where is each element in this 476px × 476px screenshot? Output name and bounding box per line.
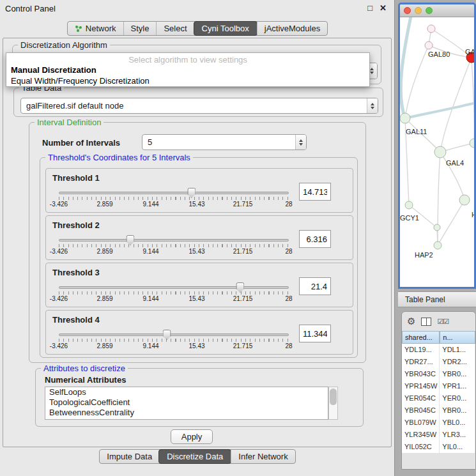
threshold-value-input[interactable]: [299, 230, 331, 248]
mac-zoom-button[interactable]: [426, 7, 433, 14]
table-cell[interactable]: YDR27...: [402, 356, 440, 368]
tab-network[interactable]: Network: [68, 22, 123, 35]
tick-label: 15.43: [188, 342, 204, 349]
table-data-select[interactable]: galFiltered.sif default node: [20, 98, 378, 114]
table-row[interactable]: YBL079WYBL0...: [402, 417, 475, 429]
cyni-toolbox-panel: Discretization Algorithm Select algorith…: [3, 38, 392, 447]
network-edge: [438, 152, 440, 245]
list-item[interactable]: TopologicalCoefficient: [45, 397, 328, 408]
threshold-panel-3: Threshold 3 -3.4262.8599.14415.4321.7152…: [45, 263, 353, 307]
table-cell[interactable]: YER054C: [402, 392, 440, 404]
table-cell[interactable]: YBL0...: [440, 417, 475, 429]
table-cell[interactable]: YBL079W: [402, 417, 440, 429]
slider-tick-labels: -3.4262.8599.14415.4321.71528: [59, 295, 289, 303]
numerical-attributes-heading: Numerical Attributes: [45, 375, 126, 385]
bottom-tabbar: Impute Data Discretize Data Infer Networ…: [0, 449, 395, 464]
threshold-label: Threshold 1: [52, 173, 100, 183]
numerical-attributes-list[interactable]: SelfLoopsTopologicalCoefficientBetweenne…: [45, 387, 328, 420]
network-node[interactable]: [405, 201, 413, 209]
network-edge: [401, 17, 411, 118]
table-row[interactable]: YIL052CYIL0...: [402, 441, 475, 453]
table-cell[interactable]: YPR145W: [402, 380, 440, 392]
slider-ticks: [59, 291, 289, 295]
tick-label: 15.43: [188, 248, 204, 255]
network-node[interactable]: [425, 42, 433, 49]
table-cell[interactable]: YDL1...: [440, 344, 475, 356]
table-toolbar: ⚙ ☑☑: [402, 312, 475, 331]
table-cell[interactable]: YBR045C: [402, 404, 440, 417]
network-node[interactable]: [459, 195, 470, 205]
table-cell[interactable]: YBR043C: [402, 368, 440, 380]
gear-icon[interactable]: ⚙: [407, 316, 415, 327]
table-row[interactable]: YLR345WYLR3...: [402, 429, 475, 441]
dropdown-option-manual-discretization[interactable]: Manual Discretization: [6, 65, 369, 75]
close-icon[interactable]: ✕: [380, 3, 387, 13]
network-node[interactable]: [400, 113, 410, 123]
network-node[interactable]: [434, 242, 441, 249]
tab-infer-network[interactable]: Infer Network: [231, 450, 295, 463]
node-label: GAL4: [446, 159, 464, 167]
threshold-label: Threshold 4: [52, 315, 100, 325]
threshold-slider[interactable]: [59, 192, 289, 194]
network-node[interactable]: [434, 146, 446, 158]
table-cell[interactable]: YBR0...: [440, 404, 475, 417]
column-header-shared[interactable]: shared...: [402, 331, 440, 344]
scrollbar-thumb[interactable]: [330, 388, 337, 405]
table-cell[interactable]: YBR0...: [440, 368, 475, 380]
threshold-slider[interactable]: [59, 334, 289, 336]
table-cell[interactable]: YLR345W: [402, 429, 440, 441]
list-item[interactable]: BetweennessCentrality: [45, 408, 328, 418]
columns-icon[interactable]: [421, 318, 431, 326]
mac-minimize-button[interactable]: [415, 7, 422, 14]
network-node[interactable]: [470, 139, 474, 148]
table-cell[interactable]: YIL052C: [402, 441, 440, 453]
table-row[interactable]: YDL19...YDL1...: [402, 344, 475, 356]
threshold-label: Threshold 3: [52, 268, 100, 277]
dropdown-option-equal-width-frequency[interactable]: Equal Width/Frequency Discretization: [6, 75, 369, 86]
table-cell[interactable]: YPR1...: [440, 380, 475, 392]
table-cell[interactable]: YDL19...: [402, 344, 440, 356]
threshold-value-input[interactable]: [299, 183, 331, 201]
threshold-value-input[interactable]: [299, 277, 331, 295]
network-canvas[interactable]: GAL80GAGAL11GAL4GCY1HHAP2: [400, 17, 474, 286]
mac-close-button[interactable]: [404, 7, 411, 14]
table-cell[interactable]: YLR3...: [440, 429, 475, 441]
slider-ticks: [59, 339, 289, 342]
float-icon[interactable]: □: [367, 3, 372, 13]
tab-select[interactable]: Select: [156, 22, 194, 35]
table-row[interactable]: YDR27...YDR2...: [402, 356, 475, 368]
table-cell[interactable]: YIL0...: [440, 441, 475, 453]
table-row[interactable]: YBR045CYBR0...: [402, 404, 475, 417]
table-row[interactable]: YBR043CYBR0...: [402, 368, 475, 380]
interval-definition-group: Interval Definition Number of Intervals …: [29, 122, 366, 363]
apply-button[interactable]: Apply: [171, 429, 213, 444]
table-panel-header: Table Panel: [398, 291, 476, 307]
tab-cyni-toolbox[interactable]: Cyni Toolbox: [194, 21, 257, 36]
network-node[interactable]: [434, 224, 440, 231]
tick-label: 15.43: [188, 295, 204, 302]
network-edge: [405, 45, 429, 118]
threshold-slider[interactable]: [59, 286, 289, 289]
number-of-intervals-select[interactable]: 5: [142, 134, 307, 150]
table-row[interactable]: YER054CYER0...: [402, 392, 475, 404]
combo-value: galFiltered.sif default node: [21, 101, 367, 111]
column-header-n[interactable]: n...: [440, 331, 475, 344]
tick-label: 2.859: [96, 295, 112, 302]
tick-label: -3.426: [50, 342, 68, 349]
tab-jactivemodules[interactable]: jActiveModules: [257, 22, 327, 35]
top-tabstrip: Network Style Select Cyni Toolbox jActiv…: [67, 21, 328, 36]
threshold-slider[interactable]: [59, 239, 289, 242]
tab-style[interactable]: Style: [123, 22, 157, 35]
checkbox-icon[interactable]: ☑☑: [437, 318, 449, 326]
table-row[interactable]: YPR145WYPR1...: [402, 380, 475, 392]
list-item[interactable]: SelfLoops: [45, 387, 328, 397]
tab-impute-data[interactable]: Impute Data: [100, 450, 159, 463]
threshold-value-input[interactable]: [299, 325, 331, 342]
tab-discretize-data[interactable]: Discretize Data: [158, 449, 231, 464]
network-node[interactable]: [427, 25, 435, 33]
node-label: GA: [465, 48, 474, 56]
tick-label: 9.144: [142, 248, 158, 255]
table-cell[interactable]: YDR2...: [440, 356, 475, 368]
table-cell[interactable]: YER0...: [440, 392, 475, 404]
list-scrollbar[interactable]: [328, 387, 338, 420]
